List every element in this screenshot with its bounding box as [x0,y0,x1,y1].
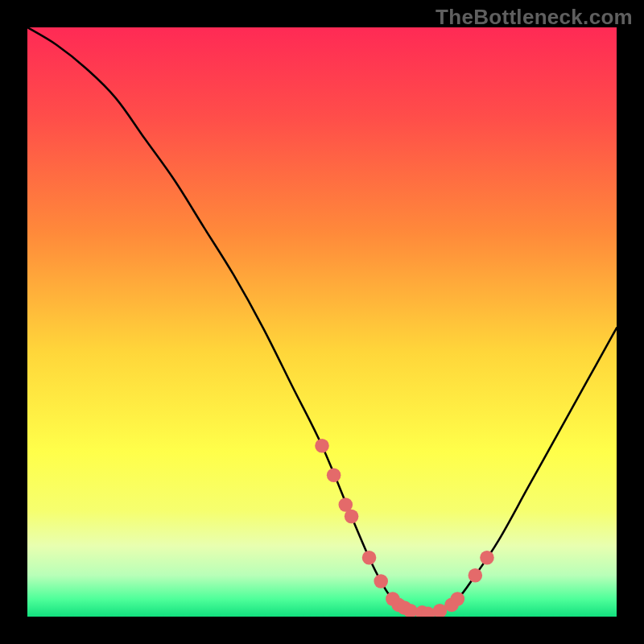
highlight-dot [480,551,494,565]
highlight-dot [315,439,329,453]
highlight-dot [469,568,483,583]
chart-frame: TheBottleneck.com [0,0,644,644]
highlight-dot [327,469,341,483]
watermark-text: TheBottleneck.com [436,5,633,30]
highlight-dot [362,551,377,565]
plot-area [27,27,617,617]
highlight-dot [451,592,465,606]
highlight-dot [374,574,388,588]
highlight-dot [345,510,359,524]
bottleneck-chart-svg [27,27,617,617]
gradient-background [27,27,617,617]
